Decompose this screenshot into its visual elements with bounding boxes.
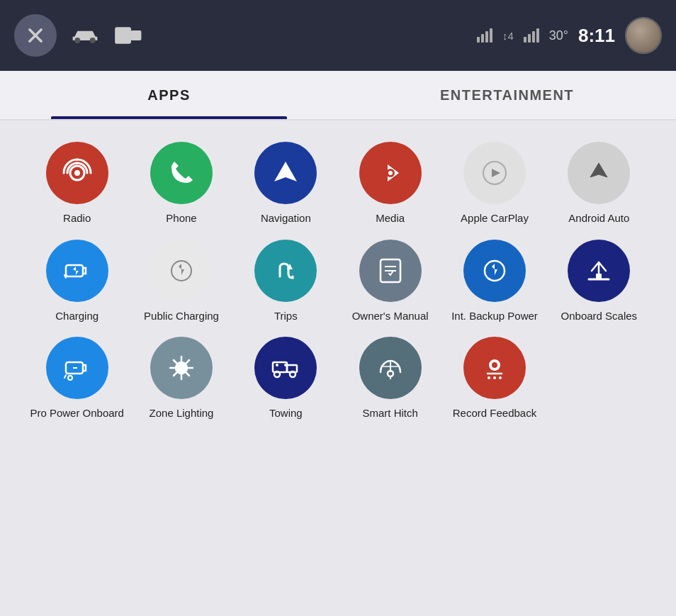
app-item-carplay[interactable]: Apple CarPlay [446, 142, 543, 225]
svg-rect-33 [273, 362, 287, 372]
charging-icon-bg [46, 240, 108, 302]
app-item-trips[interactable]: Trips [237, 240, 334, 323]
temperature: 30° [549, 28, 568, 43]
svg-point-39 [284, 364, 287, 366]
media-icon [113, 25, 142, 46]
trips-label: Trips [274, 309, 298, 323]
backup-power-label: Int. Backup Power [451, 309, 538, 323]
svg-point-24 [176, 362, 187, 374]
radio-icon [46, 142, 108, 204]
towing-icon-bg [254, 337, 317, 399]
app-item-phone[interactable]: Phone [133, 142, 230, 225]
public-charging-label: Public Charging [144, 309, 219, 323]
record-feedback-label: Record Feedback [453, 406, 536, 420]
car-icon [71, 25, 99, 46]
svg-rect-4 [116, 28, 130, 43]
pro-power-icon-bg [46, 337, 108, 399]
zone-lighting-icon-bg [150, 337, 213, 399]
smart-hitch-icon-bg [359, 337, 422, 399]
onboard-scales-label: Onboard Scales [561, 309, 638, 323]
svg-line-29 [174, 360, 176, 363]
public-charging-icon-bg [150, 240, 213, 302]
onboard-scales-icon-bg [568, 240, 630, 302]
app-item-radio[interactable]: Radio [28, 142, 125, 225]
svg-point-46 [488, 376, 490, 379]
app-item-record-feedback[interactable]: Record Feedback [446, 337, 543, 420]
cellular-bars [477, 28, 492, 43]
svg-point-3 [90, 38, 96, 43]
carplay-icon-bg [463, 142, 526, 204]
app-item-charging[interactable]: Charging [28, 240, 125, 323]
app-item-media[interactable]: Media [342, 142, 439, 225]
backup-power-icon-bg [463, 240, 526, 302]
app-item-owners-manual[interactable]: Owner's Manual [342, 240, 439, 323]
avatar[interactable] [625, 17, 662, 54]
svg-rect-13 [66, 265, 83, 276]
tab-bar: APPS ENTERTAINMENT [0, 71, 676, 121]
android-auto-label: Android Auto [568, 211, 629, 225]
top-bar-left [14, 14, 142, 57]
android-auto-icon-bg [568, 142, 630, 204]
tab-entertainment[interactable]: ENTERTAINMENT [338, 71, 676, 119]
app-item-towing[interactable]: Towing [237, 337, 334, 420]
app-item-public-charging[interactable]: Public Charging [133, 240, 230, 323]
svg-line-31 [186, 360, 189, 363]
radio-label: Radio [63, 211, 91, 225]
svg-point-47 [493, 376, 496, 379]
clock: 8:11 [578, 25, 615, 47]
svg-point-23 [68, 376, 72, 380]
owners-manual-icon-bg [359, 240, 422, 302]
app-item-empty [551, 337, 648, 420]
top-bar: ↕4 30° 8:11 [0, 0, 676, 71]
carplay-label: Apple CarPlay [461, 211, 529, 225]
app-item-smart-hitch[interactable]: Smart Hitch [342, 337, 439, 420]
svg-rect-5 [132, 31, 141, 40]
close-button[interactable] [14, 14, 57, 57]
zone-lighting-label: Zone Lighting [150, 406, 214, 420]
media-label: Media [376, 211, 405, 225]
main-content: Radio Phone Navigation [0, 121, 676, 435]
svg-point-45 [492, 362, 497, 368]
svg-point-35 [274, 371, 280, 377]
svg-point-7 [74, 170, 80, 176]
app-item-zone-lighting[interactable]: Zone Lighting [133, 337, 230, 420]
app-item-navigation[interactable]: Navigation [237, 142, 334, 225]
svg-point-48 [499, 376, 502, 379]
svg-point-36 [290, 371, 295, 377]
top-bar-right: ↕4 30° 8:11 [477, 17, 662, 54]
navigation-label: Navigation [261, 211, 311, 225]
smart-hitch-label: Smart Hitch [362, 406, 417, 420]
app-item-pro-power[interactable]: Pro Power Onboard [28, 337, 125, 420]
media-app-icon-bg [359, 142, 422, 204]
tab-apps[interactable]: APPS [0, 71, 338, 119]
charging-label: Charging [55, 309, 98, 323]
app-grid: Radio Phone Navigation [28, 142, 648, 420]
lte-indicator: ↕4 [502, 30, 514, 42]
towing-label: Towing [269, 406, 303, 420]
svg-marker-8 [274, 162, 297, 181]
phone-label: Phone [166, 211, 196, 225]
svg-marker-12 [492, 169, 500, 177]
signal-strength [477, 28, 492, 43]
svg-line-32 [174, 373, 176, 376]
record-feedback-icon-bg [463, 337, 526, 399]
phone-icon-bg [150, 142, 213, 204]
trips-icon-bg [254, 240, 317, 302]
data-signal [524, 28, 539, 43]
app-item-onboard-scales[interactable]: Onboard Scales [551, 240, 648, 323]
svg-point-38 [276, 364, 278, 366]
svg-point-10 [388, 171, 393, 175]
svg-point-2 [74, 38, 80, 43]
app-item-android-auto[interactable]: Android Auto [551, 142, 648, 225]
svg-point-41 [388, 371, 393, 376]
app-item-backup-power[interactable]: Int. Backup Power [446, 240, 543, 323]
owners-manual-label: Owner's Manual [352, 309, 429, 323]
pro-power-label: Pro Power Onboard [30, 406, 124, 420]
svg-line-30 [186, 373, 189, 376]
navigation-icon-bg [254, 142, 317, 204]
